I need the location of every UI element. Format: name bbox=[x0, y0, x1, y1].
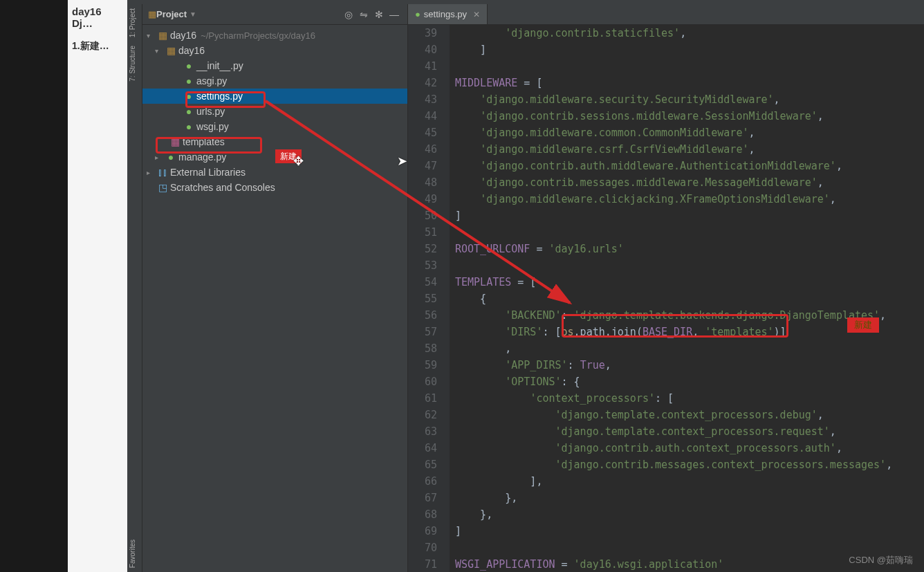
background-left bbox=[0, 0, 68, 572]
doc-title: day16 Dj… bbox=[72, 6, 123, 29]
code-content[interactable]: 'django.contrib.staticfiles', ]MIDDLEWAR… bbox=[450, 25, 924, 572]
tree-file-asgi[interactable]: ● asgi.py bbox=[142, 73, 407, 89]
tab-label: settings.py bbox=[424, 9, 467, 19]
tool-tab-structure[interactable]: 7: Structure bbox=[127, 41, 142, 86]
python-file-icon: ● bbox=[165, 151, 177, 163]
project-panel-title[interactable]: Project bbox=[156, 9, 187, 19]
editor-tabs: ● settings.py ✕ bbox=[408, 4, 924, 25]
gear-icon[interactable]: ✻ bbox=[371, 9, 387, 20]
tool-window-strip: 1: Project 7: Structure Favorites bbox=[127, 4, 142, 572]
tree-label: templates bbox=[183, 136, 225, 147]
collapse-icon[interactable]: ⇋ bbox=[356, 9, 371, 20]
tree-root[interactable]: ▾ ▦ day16 ~/PycharmProjects/gx/day16 bbox=[142, 28, 407, 43]
project-tree: ▾ ▦ day16 ~/PycharmProjects/gx/day16 ▾ ▦… bbox=[142, 25, 407, 572]
autoscroll-icon[interactable]: ◎ bbox=[341, 9, 356, 20]
tool-tab-project[interactable]: 1: Project bbox=[127, 4, 142, 41]
tool-tab-favorites[interactable]: Favorites bbox=[127, 535, 142, 572]
tree-label: Scratches and Consoles bbox=[170, 182, 275, 193]
scratches-icon: ◳ bbox=[156, 182, 169, 193]
tree-file-settings[interactable]: ● settings.py bbox=[142, 89, 407, 104]
chevron-right-icon: ▸ bbox=[147, 169, 156, 176]
tree-label: asgi.py bbox=[196, 75, 227, 86]
hide-icon[interactable]: — bbox=[387, 9, 402, 20]
python-file-icon: ● bbox=[183, 121, 195, 132]
folder-icon: ▦ bbox=[156, 30, 169, 41]
project-panel-header: ▦ Project ▼ ◎ ⇋ ✻ — bbox=[142, 4, 407, 25]
tree-external-libraries[interactable]: ▸ ⫿⫿ External Libraries bbox=[142, 165, 407, 180]
tree-label: External Libraries bbox=[170, 167, 246, 178]
tree-label: urls.py bbox=[196, 106, 225, 117]
close-icon[interactable]: ✕ bbox=[473, 10, 480, 19]
tree-package-day16[interactable]: ▾ ▦ day16 bbox=[142, 43, 407, 58]
doc-section-1: 1.新建… bbox=[72, 40, 123, 53]
tree-label: manage.py bbox=[178, 151, 226, 163]
tree-label: __init__.py bbox=[196, 60, 243, 71]
chevron-down-icon[interactable]: ▼ bbox=[190, 10, 196, 18]
tree-path: ~/PycharmProjects/gx/day16 bbox=[201, 30, 315, 41]
project-panel: ▦ Project ▼ ◎ ⇋ ✻ — ▾ ▦ day16 ~/PycharmP… bbox=[142, 4, 408, 572]
watermark: CSDN @茹嗨瑞 bbox=[849, 554, 913, 566]
ide-window: 1: Project 7: Structure Favorites ▦ Proj… bbox=[127, 0, 924, 572]
chevron-down-icon: ▾ bbox=[147, 32, 156, 39]
folder-icon: ▦ bbox=[148, 9, 156, 19]
chevron-right-icon: ▸ bbox=[155, 154, 165, 161]
tree-label: day16 bbox=[170, 30, 196, 41]
code-editor[interactable]: 3940414243444546474849505152535455565758… bbox=[408, 25, 924, 572]
tab-settings[interactable]: ● settings.py ✕ bbox=[408, 4, 488, 24]
python-file-icon: ● bbox=[415, 9, 421, 19]
python-file-icon: ● bbox=[183, 106, 195, 117]
library-icon: ⫿⫿ bbox=[156, 167, 169, 178]
tree-label: wsgi.py bbox=[196, 121, 229, 132]
line-gutter: 3940414243444546474849505152535455565758… bbox=[408, 25, 450, 572]
tree-file-manage[interactable]: ▸ ● manage.py bbox=[142, 149, 407, 165]
tree-label: day16 bbox=[178, 45, 205, 56]
tree-folder-templates[interactable]: ▦ templates bbox=[142, 134, 407, 149]
python-file-icon: ● bbox=[183, 60, 195, 71]
editor-area: ● settings.py ✕ 394041424344454647484950… bbox=[408, 4, 924, 572]
tree-scratches[interactable]: ◳ Scratches and Consoles bbox=[142, 180, 407, 195]
tree-file-urls[interactable]: ● urls.py bbox=[142, 104, 407, 119]
tree-label: settings.py bbox=[196, 91, 243, 102]
python-file-icon: ● bbox=[183, 91, 195, 102]
document-behind: day16 Dj… 1.新建… bbox=[68, 0, 127, 572]
tree-file-wsgi[interactable]: ● wsgi.py bbox=[142, 119, 407, 134]
tree-file-init[interactable]: ● __init__.py bbox=[142, 58, 407, 73]
python-file-icon: ● bbox=[183, 75, 195, 86]
templates-folder-icon: ▦ bbox=[169, 136, 181, 147]
folder-icon: ▦ bbox=[165, 45, 177, 56]
chevron-down-icon: ▾ bbox=[155, 47, 165, 55]
